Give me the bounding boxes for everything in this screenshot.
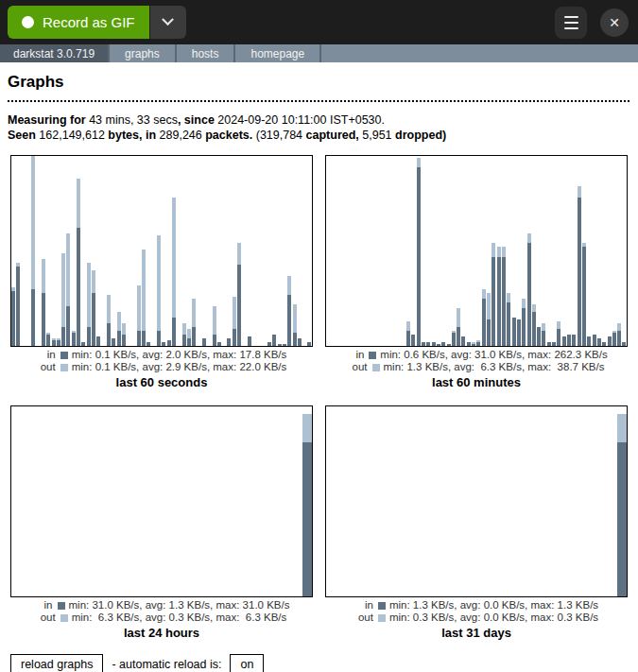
legend-in-stats: min: 0.6 KB/s, avg: 31.0 KB/s, max: 262.… (380, 349, 607, 360)
graph-panel-24-hours: inmin: 31.0 KB/s, avg: 1.3 KB/s, max: 31… (10, 405, 313, 640)
in-color-swatch (378, 602, 386, 610)
nav-item-homepage[interactable]: homepage (235, 44, 321, 62)
legend-out-label: out (37, 361, 56, 373)
nav-item-graphs[interactable]: graphs (110, 44, 177, 62)
bar-chart-60-seconds (11, 156, 312, 346)
window-titlebar: Record as GIF ✕ (0, 0, 638, 44)
legend-24-hours: inmin: 31.0 KB/s, avg: 1.3 KB/s, max: 31… (10, 599, 313, 624)
legend-in-stats: min: 31.0 KB/s, avg: 1.3 KB/s, max: 31.0… (69, 599, 290, 611)
graphs-grid: inmin: 0.1 KB/s, avg: 2.0 KB/s, max: 17.… (10, 155, 630, 640)
bar-chart-31-days (326, 406, 627, 596)
bar-chart-60-minutes (326, 156, 627, 346)
auto-reload-text: - automatic reload is: (112, 658, 221, 671)
legend-60-minutes: inmin: 0.6 KB/s, avg: 31.0 KB/s, max: 26… (325, 349, 628, 373)
legend-in-label: in (34, 599, 53, 612)
page-content: Graphs Measuring for 43 mins, 33 secs, s… (0, 62, 638, 672)
bar-chart-24-hours (11, 406, 312, 596)
legend-in-label: in (345, 349, 364, 361)
record-button-group: Record as GIF (8, 6, 186, 39)
graph-caption: last 60 seconds (10, 375, 313, 389)
navbar: darkstat 3.0.719 graphs hosts homepage (0, 44, 638, 62)
graph-canvas-60-minutes (325, 155, 628, 347)
graph-panel-60-minutes: inmin: 0.6 KB/s, avg: 31.0 KB/s, max: 26… (325, 155, 628, 389)
legend-out-row: outmin: 0.3 KB/s, avg: 0.0 KB/s, max: 0.… (325, 612, 628, 624)
menu-button[interactable] (555, 7, 587, 39)
legend-out-label: out (354, 612, 373, 624)
legend-out-label: out (37, 612, 56, 624)
legend-in-label: in (37, 349, 56, 361)
legend-in-row: inmin: 31.0 KB/s, avg: 1.3 KB/s, max: 31… (10, 599, 313, 612)
in-color-swatch (58, 602, 65, 610)
graph-panel-31-days: inmin: 1.3 KB/s, avg: 0.0 KB/s, max: 1.3… (325, 405, 628, 640)
record-button-label: Record as GIF (43, 14, 135, 30)
graph-caption: last 31 days (325, 626, 628, 640)
graph-canvas-31-days (325, 405, 628, 597)
record-dot-icon (22, 16, 34, 28)
legend-out-stats: min: 1.3 KB/s, avg: 6.3 KB/s, max: 38.7 … (384, 361, 605, 372)
legend-in-stats: min: 1.3 KB/s, avg: 0.0 KB/s, max: 1.3 K… (389, 599, 598, 611)
graph-canvas-60-seconds (10, 155, 313, 347)
graph-caption: last 60 minutes (325, 375, 628, 389)
in-color-swatch (60, 352, 68, 359)
record-button[interactable]: Record as GIF (8, 6, 149, 39)
chevron-down-icon (162, 13, 174, 26)
measuring-summary: Measuring for 43 mins, 33 secs, since 20… (8, 112, 630, 143)
reload-controls: reload graphs - automatic reload is: on (10, 654, 630, 672)
legend-60-seconds: inmin: 0.1 KB/s, avg: 2.0 KB/s, max: 17.… (10, 349, 313, 373)
legend-out-stats: min: 0.3 KB/s, avg: 0.0 KB/s, max: 0.3 K… (389, 612, 598, 623)
legend-in-row: inmin: 0.1 KB/s, avg: 2.0 KB/s, max: 17.… (10, 349, 313, 361)
navbar-brand: darkstat 3.0.719 (0, 44, 110, 62)
legend-out-row: outmin: 0.1 KB/s, avg: 2.9 KB/s, max: 22… (10, 361, 313, 373)
out-color-swatch (372, 364, 380, 371)
out-color-swatch (60, 614, 68, 622)
legend-in-row: inmin: 0.6 KB/s, avg: 31.0 KB/s, max: 26… (325, 349, 628, 361)
nav-item-hosts[interactable]: hosts (177, 44, 236, 62)
legend-out-row: outmin: 1.3 KB/s, avg: 6.3 KB/s, max: 38… (325, 361, 628, 373)
graph-caption: last 24 hours (10, 626, 313, 640)
in-color-swatch (369, 352, 376, 359)
legend-31-days: inmin: 1.3 KB/s, avg: 0.0 KB/s, max: 1.3… (325, 599, 628, 624)
close-icon: ✕ (609, 16, 620, 29)
reload-graphs-button[interactable]: reload graphs (10, 654, 103, 672)
legend-in-row: inmin: 1.3 KB/s, avg: 0.0 KB/s, max: 1.3… (325, 599, 628, 612)
graph-panel-60-seconds: inmin: 0.1 KB/s, avg: 2.0 KB/s, max: 17.… (10, 155, 313, 389)
hamburger-icon (564, 16, 578, 29)
legend-out-label: out (349, 361, 368, 373)
out-color-swatch (378, 614, 386, 622)
record-options-button[interactable] (150, 6, 186, 39)
legend-in-stats: min: 0.1 KB/s, avg: 2.0 KB/s, max: 17.8 … (72, 349, 287, 360)
legend-in-label: in (354, 599, 373, 612)
close-button[interactable]: ✕ (600, 9, 629, 37)
legend-out-stats: min: 6.3 KB/s, avg: 0.3 KB/s, max: 6.3 K… (72, 612, 287, 623)
seen-line: Seen 162,149,612 bytes, in 289,246 packe… (8, 128, 630, 143)
out-color-swatch (60, 364, 68, 371)
auto-reload-toggle-button[interactable]: on (230, 654, 264, 672)
legend-out-stats: min: 0.1 KB/s, avg: 2.9 KB/s, max: 22.0 … (72, 361, 287, 372)
measuring-line: Measuring for 43 mins, 33 secs, since 20… (8, 112, 630, 128)
legend-out-row: outmin: 6.3 KB/s, avg: 0.3 KB/s, max: 6.… (10, 612, 313, 624)
graph-canvas-24-hours (10, 405, 313, 597)
page-title: Graphs (8, 73, 629, 102)
